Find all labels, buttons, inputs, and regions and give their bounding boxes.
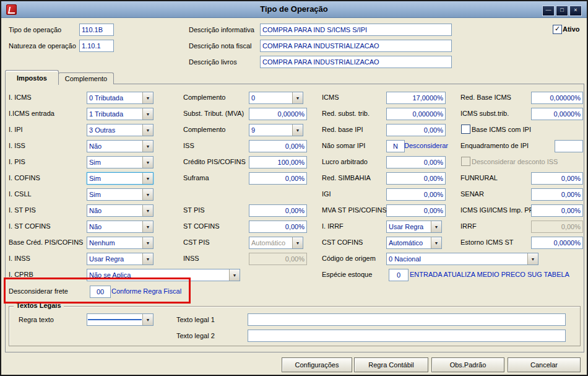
- i-st-pis-select[interactable]: Não ▼: [87, 204, 153, 217]
- configuracoes-button[interactable]: Configurações: [282, 357, 352, 372]
- st-pis-field[interactable]: 0,00%: [249, 204, 307, 217]
- credito-pis-cofins-field[interactable]: 100,00%: [249, 156, 307, 168]
- red-subst-trib-field[interactable]: 0,00000%: [386, 108, 446, 120]
- enquadramento-ipi-field[interactable]: [555, 140, 583, 152]
- descricao-informativa-field[interactable]: COMPRA PARA IND S/ICMS S/IPI: [260, 24, 452, 36]
- i-st-cofins-select[interactable]: Não ▼: [87, 221, 153, 233]
- title-bar[interactable]: Tipo de Operação — □ ×: [1, 1, 587, 18]
- dropdown-arrow-icon[interactable]: ▼: [142, 173, 153, 184]
- tab-complemento[interactable]: Complemento: [58, 72, 114, 84]
- i-iss-value: Não: [87, 142, 142, 151]
- i-icms-select[interactable]: 0 Tributada ▼: [87, 92, 153, 104]
- close-icon[interactable]: ×: [569, 6, 582, 16]
- minimize-icon[interactable]: —: [542, 6, 555, 16]
- dropdown-arrow-icon[interactable]: ▼: [292, 237, 303, 248]
- dropdown-arrow-icon[interactable]: ▼: [142, 125, 153, 136]
- dropdown-arrow-icon[interactable]: ▼: [431, 221, 441, 232]
- icms-igi-imp-pr-label: ICMS IGI/ICMS Imp. PR: [460, 206, 534, 214]
- desconsiderar-frete-field[interactable]: 00: [90, 286, 111, 298]
- dropdown-arrow-icon[interactable]: ▼: [142, 221, 153, 232]
- obs-padrao-button[interactable]: Obs.Padrão: [431, 357, 504, 372]
- maximize-icon[interactable]: □: [556, 6, 568, 16]
- texto-legal-2-field[interactable]: [248, 330, 566, 342]
- dropdown-arrow-icon[interactable]: ▼: [142, 157, 153, 168]
- i-icms-value: 0 Tributada: [87, 94, 142, 102]
- regra-contabil-button[interactable]: Regra Contábil: [354, 357, 428, 372]
- descricao-nota-fiscal-field[interactable]: COMPRA PARA INDUSTRIALIZACAO: [260, 40, 452, 52]
- estorno-icms-st-field[interactable]: 0,0000%: [531, 237, 583, 249]
- igi-field[interactable]: 0,00%: [386, 188, 446, 201]
- cst-cofins-select[interactable]: Automático ▼: [386, 237, 442, 249]
- i-st-cofins-label: I. ST COFINS: [9, 222, 51, 230]
- texto-legal-1-field[interactable]: [248, 313, 566, 326]
- subst-tribut-mva-field[interactable]: 0,0000%: [249, 108, 307, 120]
- base-icms-com-ipi-label: Base ICMS com IPI: [472, 126, 531, 134]
- descricao-livros-field[interactable]: COMPRA PARA INDUSTRIALIZACAO: [260, 56, 452, 68]
- dropdown-arrow-icon[interactable]: ▼: [431, 237, 441, 248]
- regra-texto-value: [88, 319, 142, 320]
- codigo-origem-select[interactable]: 0 Nacional ▼: [386, 253, 538, 265]
- senar-field[interactable]: 0,00%: [531, 188, 583, 201]
- i-ipi-select[interactable]: 3 Outras ▼: [87, 124, 153, 136]
- cancelar-button[interactable]: Cancelar: [508, 357, 581, 372]
- red-simbahia-label: Red. SIMBAHIA: [322, 174, 371, 182]
- codigo-origem-value: 0 Nacional: [387, 255, 527, 263]
- suframa-field[interactable]: 0,00%: [249, 172, 307, 185]
- regra-texto-select[interactable]: ▼: [87, 313, 153, 326]
- dropdown-arrow-icon[interactable]: ▼: [142, 108, 153, 120]
- i-inss-value: Usar Regra: [87, 255, 142, 263]
- dropdown-arrow-icon[interactable]: ▼: [142, 189, 153, 200]
- irrf-field: 0,00%: [531, 221, 583, 233]
- nao-somar-ipi-field[interactable]: N: [386, 140, 405, 152]
- tipo-operacao-field[interactable]: 110.1B: [79, 24, 114, 36]
- i-pis-select[interactable]: Sim ▼: [87, 156, 153, 168]
- inss-label: INSS: [183, 255, 199, 263]
- complemento-2-select[interactable]: 9 ▼: [249, 124, 303, 136]
- red-simbahia-field[interactable]: 0,00%: [386, 172, 446, 185]
- i-csll-select[interactable]: Sim ▼: [87, 188, 153, 201]
- dropdown-arrow-icon[interactable]: ▼: [142, 253, 153, 265]
- dropdown-arrow-icon[interactable]: ▼: [142, 205, 153, 216]
- st-cofins-label: ST COFINS: [183, 222, 219, 230]
- mva-st-pis-cofins-label: MVA ST PIS/COFINS: [322, 206, 387, 214]
- dropdown-arrow-icon[interactable]: ▼: [142, 314, 153, 325]
- st-cofins-field[interactable]: 0,00%: [249, 221, 307, 233]
- base-cred-pis-cofins-select[interactable]: Nenhum ▼: [87, 237, 153, 249]
- lucro-arbitrado-field[interactable]: 0,00%: [386, 156, 446, 168]
- i-iss-select[interactable]: Não ▼: [87, 140, 153, 152]
- cst-pis-select[interactable]: Automático ▼: [249, 237, 303, 249]
- dropdown-arrow-icon[interactable]: ▼: [527, 253, 538, 265]
- icms-igi-imp-pr-field[interactable]: 0,00%: [531, 204, 583, 217]
- complemento-1-select[interactable]: 0 ▼: [249, 92, 303, 104]
- funrural-field[interactable]: 0,00%: [531, 172, 583, 185]
- mva-st-pis-cofins-field[interactable]: 0,00%: [386, 204, 446, 217]
- dropdown-arrow-icon[interactable]: ▼: [142, 237, 153, 248]
- desconsiderar-desconto-iss-label: Desconsiderar desconto ISS: [472, 158, 558, 166]
- descricao-nota-fiscal-label: Descrição nota fiscal: [189, 42, 252, 50]
- window-title: Tipo de Operação: [1, 4, 587, 14]
- icms-subst-trib-field[interactable]: 0,0000%: [531, 108, 583, 120]
- i-irrf-select[interactable]: Usar Regra ▼: [386, 221, 442, 233]
- dropdown-arrow-icon[interactable]: ▼: [142, 92, 153, 103]
- tab-impostos[interactable]: Impostos: [5, 70, 59, 85]
- dropdown-arrow-icon[interactable]: ▼: [229, 269, 240, 281]
- dropdown-arrow-icon[interactable]: ▼: [292, 125, 303, 136]
- red-base-icms-field[interactable]: 0,00000%: [531, 92, 583, 104]
- icms-field[interactable]: 17,0000%: [386, 92, 446, 104]
- dropdown-arrow-icon[interactable]: ▼: [292, 92, 303, 103]
- base-icms-com-ipi-checkbox[interactable]: [461, 125, 470, 134]
- natureza-operacao-label: Natureza de operação: [9, 42, 76, 50]
- i-icms-entrada-select[interactable]: 1 Tributada ▼: [87, 108, 153, 120]
- i-inss-select[interactable]: Usar Regra ▼: [87, 253, 153, 265]
- i-cofins-select[interactable]: Sim ▼: [87, 172, 153, 185]
- natureza-operacao-field[interactable]: 1.10.1: [79, 40, 114, 52]
- red-base-ipi-field[interactable]: 0,00%: [386, 124, 446, 136]
- especie-estoque-note: ENTRADA ATUALIZA MEDIO PRECO SUG TABELA: [410, 271, 569, 279]
- ativo-checkbox[interactable]: ✓: [553, 25, 562, 34]
- complemento-2-label: Complemento: [183, 126, 225, 134]
- iss-field[interactable]: 0,00%: [249, 140, 307, 152]
- i-cprb-select[interactable]: Não se Aplica ▼: [87, 269, 240, 281]
- dropdown-arrow-icon[interactable]: ▼: [142, 141, 153, 152]
- especie-estoque-label: Espécie estoque: [322, 271, 372, 279]
- especie-estoque-field[interactable]: 0: [389, 269, 409, 281]
